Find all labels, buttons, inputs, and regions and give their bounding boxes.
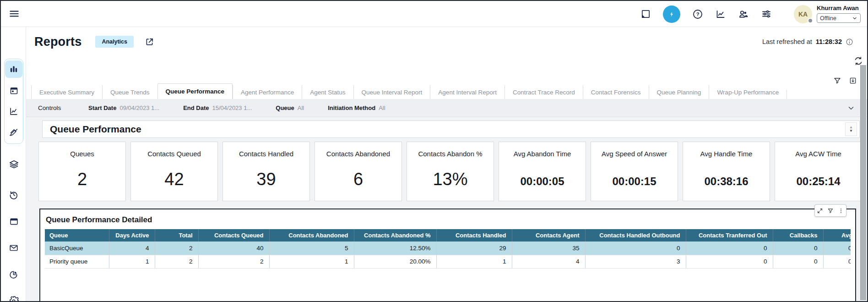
help-icon[interactable]: ? (692, 9, 703, 20)
users-icon[interactable] (738, 9, 749, 20)
table-filter-icon[interactable] (827, 208, 834, 214)
filter-start-date[interactable]: Start Date09/04/2023 1... (88, 104, 159, 111)
sidebar-item-historical-metrics[interactable] (5, 103, 22, 120)
filter-value: 09/04/2023 1... (119, 104, 159, 111)
tab-queue-interval-report[interactable]: Queue Interval Report (353, 85, 430, 99)
calendar-icon (9, 86, 19, 95)
col-days-active[interactable]: Days Active (109, 229, 155, 242)
spinner-down-icon[interactable]: ▼ (849, 129, 853, 133)
notes-icon[interactable] (640, 9, 651, 20)
table-row-priority-queue[interactable]: Priority queue122120.00%1430000:01:19 (45, 255, 851, 268)
sidebar-item-dashboard[interactable] (5, 60, 22, 78)
main-content: Reports Analytics Last refreshed at 11:2… (26, 27, 867, 301)
kpi-card-contacts-abandoned: Contacts Abandoned6 (315, 142, 402, 201)
kebab-menu-icon[interactable] (838, 208, 844, 214)
controls-filters: Start Date09/04/2023 1...End Date15/04/2… (88, 104, 385, 111)
sidebar-item-workspace[interactable] (5, 213, 22, 230)
user-area: KA Khurram Awan Offline (794, 4, 861, 23)
topbar: ? KA Khurram Awan Offline (1, 1, 867, 27)
table-clip: QueueDays ActiveTotalContacts QueuedCont… (45, 229, 851, 269)
hamburger-menu-icon[interactable] (8, 8, 20, 20)
realtime-zap-icon[interactable] (663, 5, 680, 23)
col-avg-handl[interactable]: Avg Handl. (823, 229, 851, 242)
tab-queue-trends[interactable]: Queue Trends (102, 85, 157, 99)
filter-funnel-icon[interactable] (833, 77, 841, 85)
external-link-icon[interactable] (145, 37, 154, 47)
sidebar-item-history[interactable] (5, 186, 22, 203)
status-select[interactable]: Offline (817, 13, 861, 23)
sidebar-item-design[interactable] (5, 124, 22, 141)
section-header: Queue Performance ▲ ▼ (42, 121, 860, 138)
pie-chart-icon (9, 269, 19, 280)
last-refreshed-time: 11:28:32 (816, 38, 842, 45)
col-contacts-abandoned[interactable]: Contacts Abandoned % (354, 229, 436, 242)
cell: 0 (686, 242, 773, 255)
sidebar-item-flows[interactable] (5, 155, 22, 172)
sidebar-item-mail[interactable] (5, 239, 22, 257)
col-queue[interactable]: Queue (45, 229, 109, 242)
col-contacts-queued[interactable]: Contacts Queued (198, 229, 269, 242)
history-icon (9, 190, 19, 200)
sidebar-item-calendar[interactable] (5, 82, 22, 99)
table-row-basicqueue[interactable]: BasicQueue4240512.50%293500000:42:22 (45, 242, 851, 255)
kpi-value: 39 (223, 170, 309, 189)
controls-expand-chevron-icon[interactable] (847, 104, 855, 112)
kpi-value: 6 (315, 170, 401, 189)
metrics-icon[interactable] (715, 9, 726, 20)
info-icon[interactable] (846, 38, 853, 46)
cell: 12.50% (354, 242, 436, 255)
cell: BasicQueue (45, 242, 109, 255)
kpi-label: Avg Handle Time (683, 150, 770, 158)
tab-agent-status[interactable]: Agent Status (302, 85, 353, 99)
filter-initiation-method[interactable]: Initiation MethodAll (328, 104, 385, 111)
cell: 00:01:19 (823, 255, 851, 268)
cell: 0 (585, 242, 686, 255)
filter-label: Start Date (88, 104, 116, 111)
queue-performance-table: QueueDays ActiveTotalContacts QueuedCont… (45, 229, 851, 269)
window-icon (9, 217, 19, 226)
tab-wrap-up-performance[interactable]: Wrap-Up Performance (709, 85, 787, 99)
sidebar-item-settings[interactable] (5, 292, 22, 302)
tab-contact-forensics[interactable]: Contact Forensics (583, 85, 649, 99)
tab-queue-performance[interactable]: Queue Performance (157, 83, 233, 99)
cell: 1 (109, 255, 155, 268)
filter-value: All (379, 104, 385, 111)
sliders-icon[interactable] (761, 9, 772, 20)
kpi-card-avg-handle-time: Avg Handle Time00:38:16 (683, 142, 770, 201)
status-value: Offline (820, 15, 836, 22)
topbar-icons: ? (640, 1, 772, 27)
export-download-icon[interactable] (849, 77, 857, 85)
col-contacts-agent[interactable]: Contacts Agent (512, 229, 585, 242)
expand-icon[interactable] (817, 208, 823, 214)
cell: 4 (512, 255, 585, 268)
tab-contract-trace-record[interactable]: Contract Trace Record (505, 85, 583, 99)
report-tabs: Executive SummaryQueue TrendsQueue Perfo… (31, 85, 867, 99)
col-total[interactable]: Total (155, 229, 198, 242)
col-contacts-handled[interactable]: Contacts Handled (436, 229, 512, 242)
kpi-label: Contacts Abandoned (315, 150, 401, 158)
avatar[interactable]: KA (794, 5, 812, 23)
col-contacts-handled-outbound[interactable]: Contacts Handled Outbound (585, 229, 686, 242)
vertical-scrollbar[interactable] (860, 65, 866, 300)
tab-queue-planning[interactable]: Queue Planning (649, 85, 709, 99)
sidebar-item-reports-pie[interactable] (5, 266, 22, 283)
filter-queue[interactable]: QueueAll (276, 104, 304, 111)
table-body: BasicQueue4240512.50%293500000:42:22Prio… (45, 242, 851, 268)
section-spinner[interactable]: ▲ ▼ (845, 122, 857, 136)
filter-end-date[interactable]: End Date15/04/2023 1... (183, 104, 252, 111)
col-contacts-tranferred-out[interactable]: Contacts Tranferred Out (686, 229, 773, 242)
filter-label: Queue (276, 104, 294, 111)
tab-executive-summary[interactable]: Executive Summary (31, 85, 102, 99)
table-card: Queue Performance Detailed QueueDays Act… (39, 209, 856, 302)
tab-agent-interval-report[interactable]: Agent Interval Report (430, 85, 505, 99)
cell: 4 (109, 242, 155, 255)
layers-icon (9, 159, 19, 169)
cell: 1 (436, 255, 512, 268)
analytics-badge: Analytics (95, 36, 134, 48)
tab-agent-performance[interactable]: Agent Performance (233, 85, 302, 99)
col-contacts-abandoned[interactable]: Contacts Abandoned (269, 229, 354, 242)
design-brush-icon (9, 127, 19, 137)
col-callbacks[interactable]: Callbacks (773, 229, 823, 242)
refresh-icon[interactable] (853, 56, 863, 66)
line-chart-icon (9, 106, 19, 116)
